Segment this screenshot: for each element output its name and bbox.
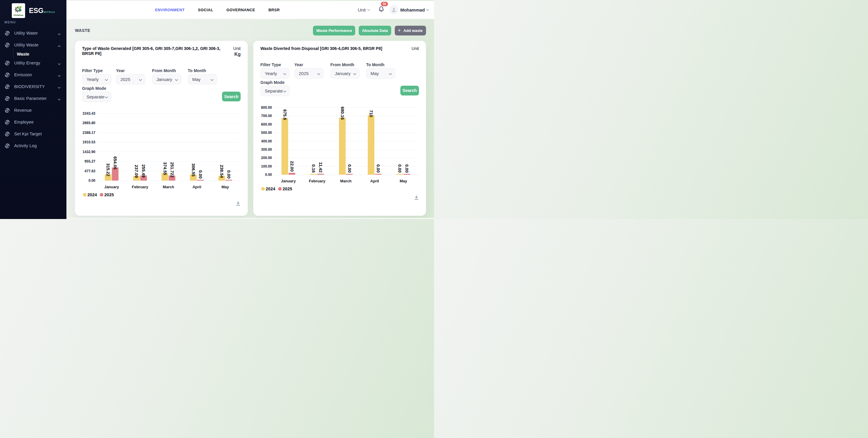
sidebar-item-biodiversity[interactable]: BIODIVERSITY — [0, 81, 66, 92]
bar-2024-april[interactable] — [368, 115, 375, 174]
bar-2024-march[interactable] — [339, 118, 346, 175]
user-name: Mohammad — [400, 7, 425, 12]
chevron-down-icon — [353, 72, 356, 75]
filter-label-from-month: From Month — [152, 68, 181, 73]
chevron-down-icon — [58, 32, 61, 35]
sidebar-item-label: Revenue — [14, 108, 32, 113]
bar-2024-january[interactable] — [281, 118, 288, 175]
download-icon[interactable] — [414, 195, 419, 201]
unit-dropdown[interactable]: Unit — [358, 7, 370, 12]
person-icon — [391, 7, 397, 12]
select-value: May — [371, 71, 379, 76]
nav-tab-social[interactable]: SOCIAL — [198, 8, 213, 12]
filter-label-filter-type: Filter Type — [260, 62, 290, 67]
select-from-month[interactable]: January — [330, 68, 360, 79]
legend-item-2024[interactable]: 2024 — [261, 186, 275, 191]
legend-item-2024[interactable]: 2024 — [83, 193, 97, 197]
download-icon[interactable] — [236, 201, 241, 207]
x-axis-label: March — [163, 185, 174, 189]
main-content: WASTE Waste PerformanceAbsolute Data+Add… — [66, 19, 434, 219]
card-title: Type of Waste Generated [GRI 305-6, GRI … — [82, 46, 224, 56]
chart-card-2: Waste Diverted from Disposal [GRI 306-4,… — [253, 41, 426, 216]
esg-emblem-icon — [5, 96, 10, 101]
sidebar-item-activity-log[interactable]: Activity Log — [0, 140, 66, 152]
nav-menu: ENVIRONMENTSOCIALGOVERNANCEBRSR — [155, 8, 280, 12]
add-waste-button[interactable]: +Add waste — [395, 26, 426, 35]
filter-label-to-month: To Month — [366, 62, 395, 67]
nav-tab-brsr[interactable]: BRSR — [268, 8, 280, 12]
sidebar-item-employee[interactable]: Employee — [0, 116, 66, 128]
sidebar-item-utility-energy[interactable]: Utility Energy — [0, 57, 66, 69]
select-from-month[interactable]: January — [152, 74, 181, 85]
bar-2025-may[interactable] — [404, 174, 410, 175]
x-axis-label: February — [132, 185, 148, 189]
esg-emblem-icon — [5, 108, 10, 113]
select-value: May — [192, 77, 200, 82]
y-axis-label: 1432.90 — [83, 150, 96, 154]
sidebar-item-revenue[interactable]: Revenue — [0, 104, 66, 116]
select-filter-type[interactable]: Yearly — [260, 68, 290, 79]
sidebar-item-label: Utility Waste — [14, 42, 39, 47]
avatar[interactable] — [390, 5, 398, 14]
search-button[interactable]: Search — [222, 92, 241, 101]
chevron-down-icon — [105, 95, 108, 98]
y-axis-label: 800.00 — [261, 106, 272, 110]
sidebar-subitem-waste[interactable]: Waste — [0, 51, 66, 57]
sidebar-item-emission[interactable]: Emission — [0, 69, 66, 81]
search-button[interactable]: Search — [400, 86, 419, 95]
bar-value-label: 0.00 — [198, 170, 203, 178]
logo-word: ESGMitraa — [13, 14, 23, 16]
notifications-button[interactable]: 50 — [378, 6, 385, 14]
bar-2024-february[interactable] — [310, 174, 317, 175]
sidebar-item-basic-parameter[interactable]: Basic Parameter — [0, 92, 66, 104]
select-year[interactable]: 2025 — [116, 74, 145, 85]
notification-badge: 50 — [381, 2, 388, 6]
y-axis-label: 0.00 — [265, 173, 272, 177]
bar-value-label: 0.00 — [347, 164, 352, 173]
nav-tab-governance[interactable]: GOVERNANCE — [226, 8, 255, 12]
bar-value-label: 654.06 — [113, 157, 118, 170]
bar-value-label: 237.09 — [134, 165, 139, 178]
select-value: Yearly — [265, 71, 277, 76]
bar-2025-april[interactable] — [375, 174, 382, 175]
nav-tab-environment[interactable]: ENVIRONMENT — [155, 8, 185, 12]
chevron-up-icon — [58, 43, 61, 47]
absolute-data-button[interactable]: Absolute Data — [359, 26, 391, 35]
sidebar-item-label: Activity Log — [14, 143, 37, 148]
esg-emblem-icon — [5, 143, 10, 148]
y-axis-label: 100.00 — [261, 164, 272, 168]
sidebar-item-utility-waste[interactable]: Utility Waste — [0, 39, 66, 51]
brand[interactable]: ESGMitraa ESG MITRAA — [0, 0, 66, 18]
select-graph-mode[interactable]: Separate — [260, 86, 290, 96]
sidebar-item-label: Basic Parameter — [14, 96, 46, 101]
filter-label-year: Year — [116, 68, 145, 73]
select-filter-type[interactable]: Yearly — [82, 74, 111, 85]
bar-2025-february[interactable] — [317, 174, 324, 174]
horizontal-scrollbar[interactable] — [67, 218, 434, 219]
user-menu[interactable]: Mohammad — [400, 7, 429, 12]
x-axis-label: March — [340, 178, 351, 183]
bar-chart-svg: 0.00100.00200.00300.00400.00500.00600.00… — [260, 101, 419, 185]
legend-label: 2024 — [87, 193, 97, 197]
waste-performance-button[interactable]: Waste Performance — [313, 26, 355, 35]
bar-value-label: 0.00 — [376, 164, 380, 173]
bar-value-label: 0.00 — [226, 170, 231, 178]
select-to-month[interactable]: May — [188, 74, 217, 85]
legend-item-2025[interactable]: 2025 — [100, 193, 114, 197]
sidebar-item-utility-water[interactable]: Utility Water — [0, 27, 66, 39]
page-actions: Waste PerformanceAbsolute Data+Add waste — [313, 26, 426, 35]
select-year[interactable]: 2025 — [294, 68, 323, 79]
legend-item-2025[interactable]: 2025 — [278, 186, 292, 191]
select-graph-mode[interactable]: Separate — [82, 92, 111, 102]
legend-label: 2025 — [104, 193, 114, 197]
bell-icon — [378, 6, 385, 13]
bar-2024-may[interactable] — [397, 174, 403, 175]
bar-2025-march[interactable] — [346, 174, 353, 175]
sidebar-item-set-kpi-target[interactable]: Set Kpi Target — [0, 128, 66, 140]
bar-2025-may[interactable] — [225, 180, 232, 181]
select-to-month[interactable]: May — [366, 68, 395, 79]
bar-2025-april[interactable] — [197, 180, 204, 181]
bar-2025-january[interactable] — [288, 173, 295, 174]
y-axis-label: 600.00 — [261, 122, 272, 126]
filter-label-graph-mode: Graph Mode — [260, 80, 419, 85]
